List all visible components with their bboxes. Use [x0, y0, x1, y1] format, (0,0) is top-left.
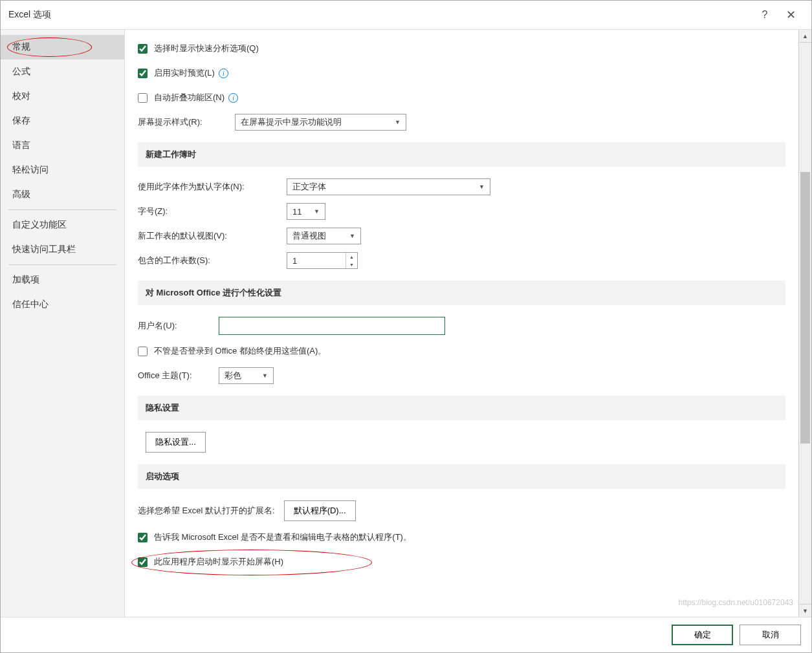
- sidebar-item-quick-access[interactable]: 快速访问工具栏: [1, 237, 124, 262]
- dialog-footer: 确定 取消: [1, 617, 811, 652]
- sidebar-item-customize-ribbon[interactable]: 自定义功能区: [1, 213, 124, 237]
- view-label: 新工作表的默认视图(V):: [138, 230, 287, 242]
- tip-style-row: 屏幕提示样式(R): 在屏幕提示中显示功能说明 ▼: [138, 114, 785, 131]
- tip-style-dropdown[interactable]: 在屏幕提示中显示功能说明 ▼: [235, 114, 406, 131]
- dropdown-value: 11: [292, 207, 302, 217]
- sheets-spinner[interactable]: 1 ▲ ▼: [287, 252, 358, 269]
- info-icon[interactable]: [219, 69, 228, 78]
- sidebar-item-easeofaccess[interactable]: 轻松访问: [1, 158, 124, 182]
- watermark: https://blog.csdn.net/u010672043: [679, 598, 793, 607]
- content-area: 选择时显示快速分析选项(Q) 启用实时预览(L) 自动折叠功能区(N) 屏幕提示…: [125, 30, 798, 617]
- section-header-startup: 启动选项: [138, 464, 785, 489]
- checkbox-row-always-use: 不管是否登录到 Office 都始终使用这些值(A)。: [138, 343, 785, 359]
- info-icon[interactable]: [228, 93, 238, 103]
- chevron-down-icon: ▼: [388, 119, 401, 125]
- close-button[interactable]: ✕: [778, 1, 804, 29]
- dropdown-value: 普通视图: [292, 230, 326, 242]
- excel-options-dialog: Excel 选项 ? ✕ 常规 公式 校对 保存 语言 轻松访问 高级 自定义功…: [0, 0, 812, 653]
- default-programs-button[interactable]: 默认程序(D)...: [284, 500, 356, 521]
- dialog-body: 常规 公式 校对 保存 语言 轻松访问 高级 自定义功能区 快速访问工具栏 加载…: [1, 30, 811, 617]
- scrollbar-down-button[interactable]: ▼: [799, 604, 811, 617]
- dropdown-value: 在屏幕提示中显示功能说明: [241, 116, 342, 128]
- dialog-title: Excel 选项: [8, 9, 752, 21]
- sidebar-item-general[interactable]: 常规: [1, 35, 124, 59]
- checkbox-label: 启用实时预览(L): [154, 67, 215, 79]
- section-header-newworkbook: 新建工作簿时: [138, 142, 785, 167]
- username-input[interactable]: [219, 317, 445, 335]
- checkbox-row-collapse-ribbon: 自动折叠功能区(N): [138, 89, 785, 106]
- username-label: 用户名(U):: [138, 320, 219, 332]
- checkbox-start-screen[interactable]: [138, 557, 148, 567]
- spinner-buttons: ▲ ▼: [346, 253, 357, 268]
- sidebar-item-trust-center[interactable]: 信任中心: [1, 292, 124, 317]
- cancel-button[interactable]: 取消: [740, 625, 801, 645]
- checkbox-collapse-ribbon[interactable]: [138, 93, 148, 103]
- theme-dropdown[interactable]: 彩色 ▼: [219, 367, 274, 384]
- checkbox-row-start-screen: 此应用程序启动时显示开始屏幕(H): [138, 553, 785, 570]
- section-header-personalize: 对 Microsoft Office 进行个性化设置: [138, 281, 785, 305]
- checkbox-row-live-preview: 启用实时预览(L): [138, 65, 785, 81]
- sidebar-item-advanced[interactable]: 高级: [1, 182, 124, 207]
- ok-button[interactable]: 确定: [672, 625, 733, 645]
- theme-label: Office 主题(T):: [138, 370, 219, 381]
- theme-row: Office 主题(T): 彩色 ▼: [138, 367, 785, 384]
- sidebar-item-language[interactable]: 语言: [1, 133, 124, 158]
- sidebar-separator: [8, 264, 116, 265]
- ext-row: 选择您希望 Excel 默认打开的扩展名: 默认程序(D)...: [138, 500, 785, 521]
- checkbox-row-tell-default: 告诉我 Microsoft Excel 是否不是查看和编辑电子表格的默认程序(T…: [138, 529, 785, 546]
- spinner-value: 1: [287, 256, 346, 266]
- checkbox-quick-analysis[interactable]: [138, 44, 148, 54]
- checkbox-label: 自动折叠功能区(N): [154, 92, 225, 103]
- titlebar: Excel 选项 ? ✕: [1, 1, 811, 30]
- spinner-down[interactable]: ▼: [346, 261, 357, 268]
- checkbox-label: 此应用程序启动时显示开始屏幕(H): [154, 556, 283, 568]
- sidebar-item-addins[interactable]: 加载项: [1, 268, 124, 292]
- checkbox-label: 不管是否登录到 Office 都始终使用这些值(A)。: [154, 345, 326, 357]
- checkbox-tell-default[interactable]: [138, 533, 148, 542]
- dropdown-value: 彩色: [225, 370, 241, 381]
- help-button[interactable]: ?: [752, 1, 778, 29]
- sheets-row: 包含的工作表数(S): 1 ▲ ▼: [138, 252, 785, 269]
- checkbox-label: 告诉我 Microsoft Excel 是否不是查看和编辑电子表格的默认程序(T…: [154, 531, 411, 543]
- section-header-privacy: 隐私设置: [138, 396, 785, 420]
- chevron-down-icon: ▼: [307, 208, 320, 215]
- spinner-up[interactable]: ▲: [346, 253, 357, 261]
- sidebar: 常规 公式 校对 保存 语言 轻松访问 高级 自定义功能区 快速访问工具栏 加载…: [1, 30, 125, 617]
- privacy-btn-row: 隐私设置...: [146, 432, 785, 453]
- sidebar-item-save[interactable]: 保存: [1, 109, 124, 133]
- chevron-down-icon: ▼: [472, 184, 485, 190]
- checkbox-live-preview[interactable]: [138, 69, 148, 78]
- dropdown-value: 正文字体: [292, 181, 326, 193]
- size-dropdown[interactable]: 11 ▼: [287, 203, 325, 220]
- sidebar-item-formulas[interactable]: 公式: [1, 59, 124, 84]
- scrollbar-up-button[interactable]: ▲: [799, 30, 811, 43]
- font-row: 使用此字体作为默认字体(N): 正文字体 ▼: [138, 178, 785, 195]
- font-dropdown[interactable]: 正文字体 ▼: [287, 178, 490, 195]
- scrollbar-thumb[interactable]: [800, 172, 810, 444]
- privacy-settings-button[interactable]: 隐私设置...: [146, 432, 206, 453]
- tip-style-label: 屏幕提示样式(R):: [138, 116, 235, 128]
- main-panel: 选择时显示快速分析选项(Q) 启用实时预览(L) 自动折叠功能区(N) 屏幕提示…: [125, 30, 811, 617]
- checkbox-always-use[interactable]: [138, 347, 148, 356]
- sheets-label: 包含的工作表数(S):: [138, 255, 287, 266]
- font-label: 使用此字体作为默认字体(N):: [138, 181, 287, 193]
- sidebar-separator: [8, 209, 116, 210]
- view-dropdown[interactable]: 普通视图 ▼: [287, 228, 361, 244]
- view-row: 新工作表的默认视图(V): 普通视图 ▼: [138, 228, 785, 244]
- scrollbar[interactable]: ▲ ▼: [798, 30, 811, 617]
- ext-label: 选择您希望 Excel 默认打开的扩展名:: [138, 505, 275, 517]
- size-row: 字号(Z): 11 ▼: [138, 203, 785, 220]
- checkbox-label: 选择时显示快速分析选项(Q): [154, 43, 259, 54]
- username-row: 用户名(U):: [138, 317, 785, 335]
- sidebar-item-proofing[interactable]: 校对: [1, 84, 124, 109]
- size-label: 字号(Z):: [138, 206, 287, 217]
- checkbox-row-quick-analysis: 选择时显示快速分析选项(Q): [138, 40, 785, 57]
- chevron-down-icon: ▼: [256, 372, 268, 379]
- chevron-down-icon: ▼: [343, 233, 355, 239]
